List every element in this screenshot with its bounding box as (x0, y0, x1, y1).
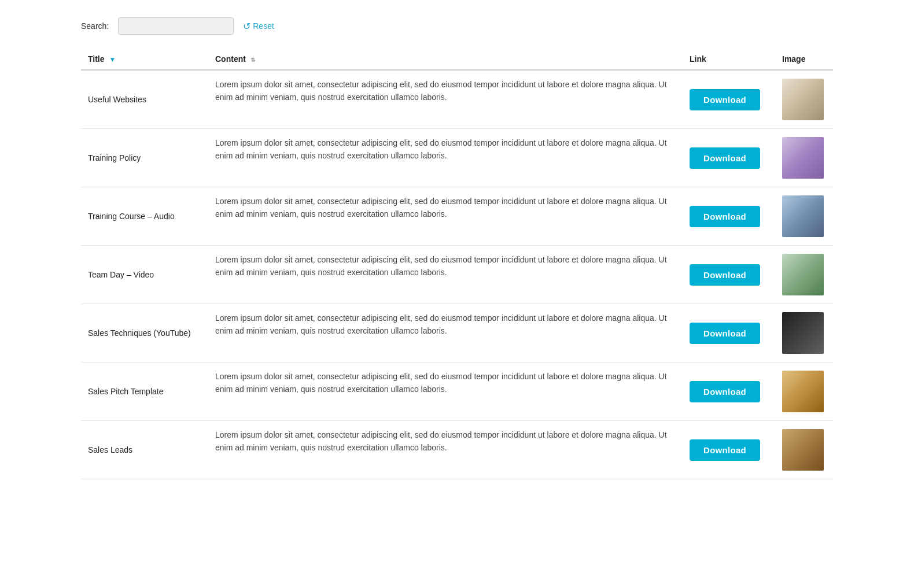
title-cell: Sales Pitch Template (81, 363, 208, 421)
table-header: Title ▼ Content ⇅ Link Image (81, 49, 833, 70)
table-row: Team Day – VideoLorem ipsum dolor sit am… (81, 246, 833, 304)
link-cell: Download (683, 304, 775, 363)
thumbnail (782, 371, 824, 412)
table-row: Training Course – AudioLorem ipsum dolor… (81, 187, 833, 246)
title-cell: Sales Leads (81, 421, 208, 479)
title-cell: Sales Techniques (YouTube) (81, 304, 208, 363)
thumbnail (782, 79, 824, 120)
download-button[interactable]: Download (690, 206, 760, 227)
col-header-image: Image (775, 49, 833, 70)
thumbnail (782, 254, 824, 295)
col-header-title[interactable]: Title ▼ (81, 49, 208, 70)
content-cell: Lorem ipsum dolor sit amet, consectetur … (208, 421, 683, 479)
link-cell: Download (683, 421, 775, 479)
header-row: Title ▼ Content ⇅ Link Image (81, 49, 833, 70)
search-bar: Search: ↺ Reset (81, 17, 833, 35)
title-cell: Useful Websites (81, 70, 208, 129)
image-cell (775, 363, 833, 421)
image-cell (775, 304, 833, 363)
reset-label: Reset (253, 21, 274, 31)
thumbnail (782, 312, 824, 354)
table-body: Useful WebsitesLorem ipsum dolor sit ame… (81, 70, 833, 479)
image-cell (775, 421, 833, 479)
table-row: Sales LeadsLorem ipsum dolor sit amet, c… (81, 421, 833, 479)
link-cell: Download (683, 363, 775, 421)
link-cell: Download (683, 129, 775, 187)
title-cell: Team Day – Video (81, 246, 208, 304)
title-cell: Training Policy (81, 129, 208, 187)
content-cell: Lorem ipsum dolor sit amet, consectetur … (208, 70, 683, 129)
thumbnail (782, 195, 824, 237)
download-button[interactable]: Download (690, 264, 760, 286)
col-header-content[interactable]: Content ⇅ (208, 49, 683, 70)
image-cell (775, 129, 833, 187)
download-button[interactable]: Download (690, 381, 760, 402)
table-row: Sales Pitch TemplateLorem ipsum dolor si… (81, 363, 833, 421)
image-cell (775, 246, 833, 304)
content-cell: Lorem ipsum dolor sit amet, consectetur … (208, 246, 683, 304)
sort-both-icon: ⇅ (250, 57, 255, 63)
download-button[interactable]: Download (690, 439, 760, 461)
resources-table: Title ▼ Content ⇅ Link Image Useful Webs… (81, 49, 833, 479)
table-row: Useful WebsitesLorem ipsum dolor sit ame… (81, 70, 833, 129)
content-cell: Lorem ipsum dolor sit amet, consectetur … (208, 187, 683, 246)
content-cell: Lorem ipsum dolor sit amet, consectetur … (208, 304, 683, 363)
image-cell (775, 187, 833, 246)
search-input[interactable] (118, 17, 234, 35)
download-button[interactable]: Download (690, 89, 760, 110)
thumbnail (782, 429, 824, 471)
content-cell: Lorem ipsum dolor sit amet, consectetur … (208, 129, 683, 187)
link-cell: Download (683, 246, 775, 304)
table-row: Training PolicyLorem ipsum dolor sit ame… (81, 129, 833, 187)
table-row: Sales Techniques (YouTube)Lorem ipsum do… (81, 304, 833, 363)
title-cell: Training Course – Audio (81, 187, 208, 246)
image-cell (775, 70, 833, 129)
download-button[interactable]: Download (690, 147, 760, 169)
search-label: Search: (81, 21, 109, 31)
reset-button[interactable]: ↺ Reset (243, 21, 274, 32)
download-button[interactable]: Download (690, 323, 760, 344)
reset-icon: ↺ (243, 21, 250, 32)
content-cell: Lorem ipsum dolor sit amet, consectetur … (208, 363, 683, 421)
page-wrapper: Search: ↺ Reset Title ▼ Content ⇅ Link (58, 0, 856, 497)
sort-down-icon: ▼ (109, 56, 116, 64)
col-header-link: Link (683, 49, 775, 70)
thumbnail (782, 137, 824, 179)
link-cell: Download (683, 70, 775, 129)
link-cell: Download (683, 187, 775, 246)
